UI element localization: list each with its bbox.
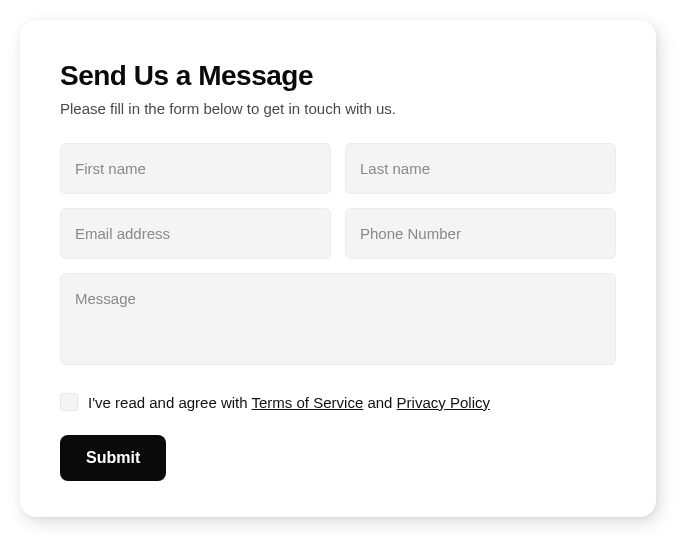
contact-form-card: Send Us a Message Please fill in the for… bbox=[20, 20, 656, 517]
form-title: Send Us a Message bbox=[60, 60, 616, 92]
submit-button[interactable]: Submit bbox=[60, 435, 166, 481]
message-textarea[interactable] bbox=[60, 273, 616, 365]
privacy-link[interactable]: Privacy Policy bbox=[397, 394, 490, 411]
form-subtitle: Please fill in the form below to get in … bbox=[60, 100, 616, 117]
name-row bbox=[60, 143, 616, 194]
email-input[interactable] bbox=[60, 208, 331, 259]
contact-row bbox=[60, 208, 616, 259]
consent-row: I've read and agree with Terms of Servic… bbox=[60, 393, 616, 411]
last-name-input[interactable] bbox=[345, 143, 616, 194]
consent-prefix: I've read and agree with bbox=[88, 394, 252, 411]
consent-checkbox[interactable] bbox=[60, 393, 78, 411]
consent-text: I've read and agree with Terms of Servic… bbox=[88, 394, 490, 411]
phone-input[interactable] bbox=[345, 208, 616, 259]
consent-middle: and bbox=[363, 394, 396, 411]
first-name-input[interactable] bbox=[60, 143, 331, 194]
terms-link[interactable]: Terms of Service bbox=[252, 394, 364, 411]
